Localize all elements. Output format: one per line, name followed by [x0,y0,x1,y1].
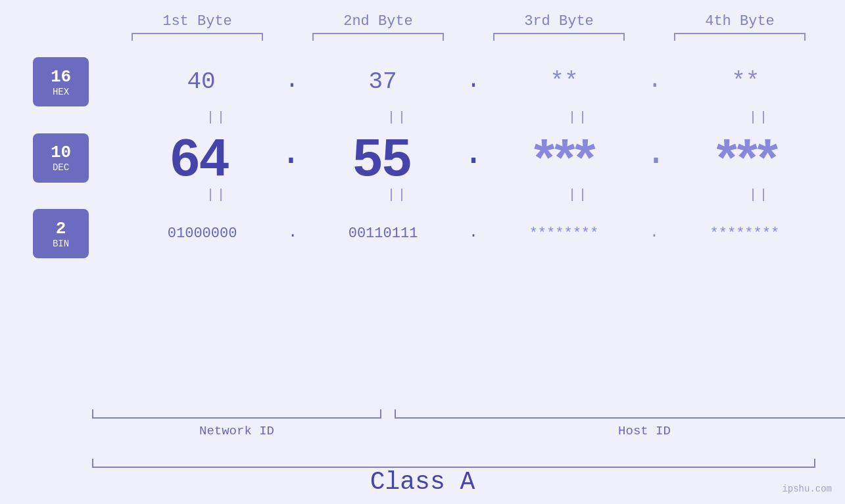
equals-6: || [332,187,464,202]
bin-b1: 01000000 [137,225,268,242]
network-id-group: Network ID [92,409,381,438]
hex-b1: 40 [135,68,267,95]
hex-values: 40 . 37 . ** . ** [128,67,845,97]
bin-b3: ******** [498,225,629,242]
hex-badge: 16 HEX [33,57,89,106]
equals-1: || [151,110,283,125]
network-id-bracket [92,409,381,419]
dec-b3: *** [499,131,631,184]
host-id-group: Host ID [395,409,845,438]
host-id-label: Host ID [618,424,671,438]
byte-header-1: 1st Byte [122,13,273,30]
dec-dot-2: . [462,133,484,184]
hex-b4: ** [680,68,811,95]
dec-badge-num: 10 [51,143,71,162]
dec-badge-base: DEC [53,162,69,173]
bin-b2: 00110111 [318,225,449,242]
equals-5: || [151,187,283,202]
network-id-label: Network ID [199,424,274,438]
equals-3: || [513,110,644,125]
dec-dot-1: . [280,133,302,184]
dec-b1: 64 [134,131,266,184]
dec-dot-3: . [645,133,667,184]
top-brackets [107,33,831,41]
bracket-1 [132,33,263,41]
class-label: Class A [370,468,475,496]
byte-header-2: 2nd Byte [302,13,454,30]
dec-values: 64 . 55 . *** . *** [128,131,845,184]
dec-b2: 55 [316,131,448,184]
equals-7: || [513,187,644,202]
byte-headers-row: 1st Byte 2nd Byte 3rd Byte 4th Byte [107,0,831,30]
byte-header-4: 4th Byte [664,13,815,30]
hex-dot-1: . [285,67,299,97]
hex-dot-3: . [648,67,662,97]
bin-badge-base: BIN [53,239,69,249]
bin-badge: 2 BIN [33,209,89,258]
bracket-2 [312,33,444,41]
watermark: ipshu.com [782,484,832,494]
hex-dot-2: . [466,67,481,97]
class-bracket [92,459,815,468]
bin-dot-1: . [288,223,297,244]
equals-row-2: || || || || [127,187,846,202]
bin-dot-2: . [469,223,478,244]
hex-b2: 37 [317,68,448,95]
bracket-4 [674,33,806,41]
dec-row: 10 DEC 64 . 55 . *** . *** [0,131,845,184]
bin-dot-3: . [650,223,659,244]
hex-b3: ** [498,68,630,95]
bin-row: 2 BIN 01000000 . 00110111 . ******** . *… [0,209,845,258]
equals-row-1: || || || || [127,110,846,125]
main-container: 1st Byte 2nd Byte 3rd Byte 4th Byte 16 H… [0,0,845,504]
host-id-bracket [395,409,845,419]
bracket-3 [493,33,625,41]
bottom-bracket-area: Network ID Host ID [92,409,845,438]
dec-badge: 10 DEC [33,133,89,183]
equals-4: || [694,110,825,125]
hex-badge-base: HEX [53,87,69,97]
bin-badge-num: 2 [56,219,66,239]
dec-b4: *** [681,131,813,184]
hex-badge-num: 16 [51,67,71,87]
byte-header-3: 3rd Byte [483,13,635,30]
hex-row: 16 HEX 40 . 37 . ** . ** [0,57,845,106]
equals-2: || [332,110,464,125]
bin-values: 01000000 . 00110111 . ******** . *******… [128,223,845,244]
equals-8: || [694,187,825,202]
bin-b4: ******** [679,225,810,242]
